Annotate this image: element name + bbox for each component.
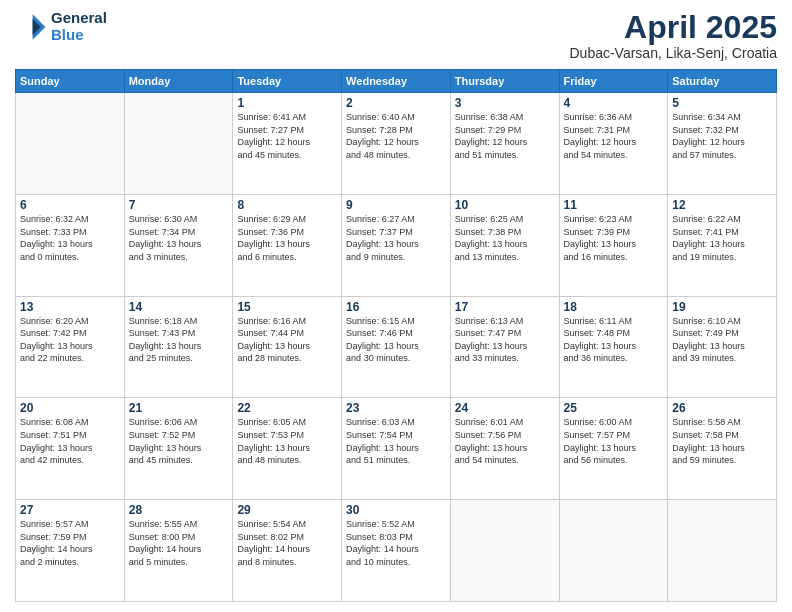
day-number: 16	[346, 300, 446, 314]
col-tuesday: Tuesday	[233, 70, 342, 93]
day-number: 26	[672, 401, 772, 415]
day-number: 23	[346, 401, 446, 415]
col-friday: Friday	[559, 70, 668, 93]
table-row: 13Sunrise: 6:20 AM Sunset: 7:42 PM Dayli…	[16, 296, 125, 398]
calendar-week-row: 27Sunrise: 5:57 AM Sunset: 7:59 PM Dayli…	[16, 500, 777, 602]
col-saturday: Saturday	[668, 70, 777, 93]
day-info: Sunrise: 6:15 AM Sunset: 7:46 PM Dayligh…	[346, 315, 446, 365]
table-row: 27Sunrise: 5:57 AM Sunset: 7:59 PM Dayli…	[16, 500, 125, 602]
logo: General Blue	[15, 10, 107, 43]
day-number: 24	[455, 401, 555, 415]
day-info: Sunrise: 6:32 AM Sunset: 7:33 PM Dayligh…	[20, 213, 120, 263]
month-title: April 2025	[569, 10, 777, 45]
logo-icon	[15, 11, 47, 43]
table-row: 8Sunrise: 6:29 AM Sunset: 7:36 PM Daylig…	[233, 194, 342, 296]
table-row: 7Sunrise: 6:30 AM Sunset: 7:34 PM Daylig…	[124, 194, 233, 296]
day-info: Sunrise: 5:54 AM Sunset: 8:02 PM Dayligh…	[237, 518, 337, 568]
table-row	[450, 500, 559, 602]
col-monday: Monday	[124, 70, 233, 93]
day-info: Sunrise: 6:18 AM Sunset: 7:43 PM Dayligh…	[129, 315, 229, 365]
calendar-header-row: Sunday Monday Tuesday Wednesday Thursday…	[16, 70, 777, 93]
day-info: Sunrise: 6:03 AM Sunset: 7:54 PM Dayligh…	[346, 416, 446, 466]
table-row: 23Sunrise: 6:03 AM Sunset: 7:54 PM Dayli…	[342, 398, 451, 500]
table-row	[16, 93, 125, 195]
day-info: Sunrise: 6:41 AM Sunset: 7:27 PM Dayligh…	[237, 111, 337, 161]
page: General Blue April 2025 Dubac-Varsan, Li…	[0, 0, 792, 612]
day-info: Sunrise: 6:34 AM Sunset: 7:32 PM Dayligh…	[672, 111, 772, 161]
table-row: 3Sunrise: 6:38 AM Sunset: 7:29 PM Daylig…	[450, 93, 559, 195]
day-info: Sunrise: 6:38 AM Sunset: 7:29 PM Dayligh…	[455, 111, 555, 161]
day-info: Sunrise: 6:30 AM Sunset: 7:34 PM Dayligh…	[129, 213, 229, 263]
day-info: Sunrise: 6:20 AM Sunset: 7:42 PM Dayligh…	[20, 315, 120, 365]
day-number: 20	[20, 401, 120, 415]
day-info: Sunrise: 6:27 AM Sunset: 7:37 PM Dayligh…	[346, 213, 446, 263]
day-info: Sunrise: 6:40 AM Sunset: 7:28 PM Dayligh…	[346, 111, 446, 161]
day-number: 17	[455, 300, 555, 314]
table-row: 21Sunrise: 6:06 AM Sunset: 7:52 PM Dayli…	[124, 398, 233, 500]
day-number: 28	[129, 503, 229, 517]
table-row: 6Sunrise: 6:32 AM Sunset: 7:33 PM Daylig…	[16, 194, 125, 296]
day-number: 18	[564, 300, 664, 314]
day-info: Sunrise: 5:58 AM Sunset: 7:58 PM Dayligh…	[672, 416, 772, 466]
location: Dubac-Varsan, Lika-Senj, Croatia	[569, 45, 777, 61]
table-row: 26Sunrise: 5:58 AM Sunset: 7:58 PM Dayli…	[668, 398, 777, 500]
table-row: 20Sunrise: 6:08 AM Sunset: 7:51 PM Dayli…	[16, 398, 125, 500]
day-number: 25	[564, 401, 664, 415]
calendar-week-row: 6Sunrise: 6:32 AM Sunset: 7:33 PM Daylig…	[16, 194, 777, 296]
table-row: 18Sunrise: 6:11 AM Sunset: 7:48 PM Dayli…	[559, 296, 668, 398]
calendar-table: Sunday Monday Tuesday Wednesday Thursday…	[15, 69, 777, 602]
col-wednesday: Wednesday	[342, 70, 451, 93]
day-number: 9	[346, 198, 446, 212]
day-info: Sunrise: 6:10 AM Sunset: 7:49 PM Dayligh…	[672, 315, 772, 365]
day-info: Sunrise: 6:11 AM Sunset: 7:48 PM Dayligh…	[564, 315, 664, 365]
day-info: Sunrise: 6:06 AM Sunset: 7:52 PM Dayligh…	[129, 416, 229, 466]
day-number: 5	[672, 96, 772, 110]
day-number: 29	[237, 503, 337, 517]
table-row: 22Sunrise: 6:05 AM Sunset: 7:53 PM Dayli…	[233, 398, 342, 500]
day-number: 1	[237, 96, 337, 110]
calendar-week-row: 20Sunrise: 6:08 AM Sunset: 7:51 PM Dayli…	[16, 398, 777, 500]
day-number: 30	[346, 503, 446, 517]
table-row: 15Sunrise: 6:16 AM Sunset: 7:44 PM Dayli…	[233, 296, 342, 398]
calendar-week-row: 1Sunrise: 6:41 AM Sunset: 7:27 PM Daylig…	[16, 93, 777, 195]
table-row: 14Sunrise: 6:18 AM Sunset: 7:43 PM Dayli…	[124, 296, 233, 398]
day-number: 4	[564, 96, 664, 110]
table-row: 5Sunrise: 6:34 AM Sunset: 7:32 PM Daylig…	[668, 93, 777, 195]
day-number: 7	[129, 198, 229, 212]
day-number: 27	[20, 503, 120, 517]
day-number: 2	[346, 96, 446, 110]
table-row: 12Sunrise: 6:22 AM Sunset: 7:41 PM Dayli…	[668, 194, 777, 296]
day-number: 11	[564, 198, 664, 212]
day-info: Sunrise: 6:05 AM Sunset: 7:53 PM Dayligh…	[237, 416, 337, 466]
day-info: Sunrise: 5:57 AM Sunset: 7:59 PM Dayligh…	[20, 518, 120, 568]
day-number: 3	[455, 96, 555, 110]
table-row: 19Sunrise: 6:10 AM Sunset: 7:49 PM Dayli…	[668, 296, 777, 398]
day-number: 6	[20, 198, 120, 212]
table-row: 30Sunrise: 5:52 AM Sunset: 8:03 PM Dayli…	[342, 500, 451, 602]
day-number: 21	[129, 401, 229, 415]
day-info: Sunrise: 6:16 AM Sunset: 7:44 PM Dayligh…	[237, 315, 337, 365]
col-sunday: Sunday	[16, 70, 125, 93]
table-row: 2Sunrise: 6:40 AM Sunset: 7:28 PM Daylig…	[342, 93, 451, 195]
day-number: 14	[129, 300, 229, 314]
table-row	[559, 500, 668, 602]
day-info: Sunrise: 6:01 AM Sunset: 7:56 PM Dayligh…	[455, 416, 555, 466]
day-number: 13	[20, 300, 120, 314]
table-row: 29Sunrise: 5:54 AM Sunset: 8:02 PM Dayli…	[233, 500, 342, 602]
day-info: Sunrise: 6:22 AM Sunset: 7:41 PM Dayligh…	[672, 213, 772, 263]
table-row: 25Sunrise: 6:00 AM Sunset: 7:57 PM Dayli…	[559, 398, 668, 500]
header: General Blue April 2025 Dubac-Varsan, Li…	[15, 10, 777, 61]
day-info: Sunrise: 6:36 AM Sunset: 7:31 PM Dayligh…	[564, 111, 664, 161]
day-number: 19	[672, 300, 772, 314]
table-row: 1Sunrise: 6:41 AM Sunset: 7:27 PM Daylig…	[233, 93, 342, 195]
day-info: Sunrise: 6:00 AM Sunset: 7:57 PM Dayligh…	[564, 416, 664, 466]
day-info: Sunrise: 6:08 AM Sunset: 7:51 PM Dayligh…	[20, 416, 120, 466]
day-number: 15	[237, 300, 337, 314]
day-info: Sunrise: 6:13 AM Sunset: 7:47 PM Dayligh…	[455, 315, 555, 365]
table-row	[668, 500, 777, 602]
table-row: 4Sunrise: 6:36 AM Sunset: 7:31 PM Daylig…	[559, 93, 668, 195]
day-info: Sunrise: 6:25 AM Sunset: 7:38 PM Dayligh…	[455, 213, 555, 263]
table-row: 24Sunrise: 6:01 AM Sunset: 7:56 PM Dayli…	[450, 398, 559, 500]
table-row: 11Sunrise: 6:23 AM Sunset: 7:39 PM Dayli…	[559, 194, 668, 296]
table-row: 10Sunrise: 6:25 AM Sunset: 7:38 PM Dayli…	[450, 194, 559, 296]
